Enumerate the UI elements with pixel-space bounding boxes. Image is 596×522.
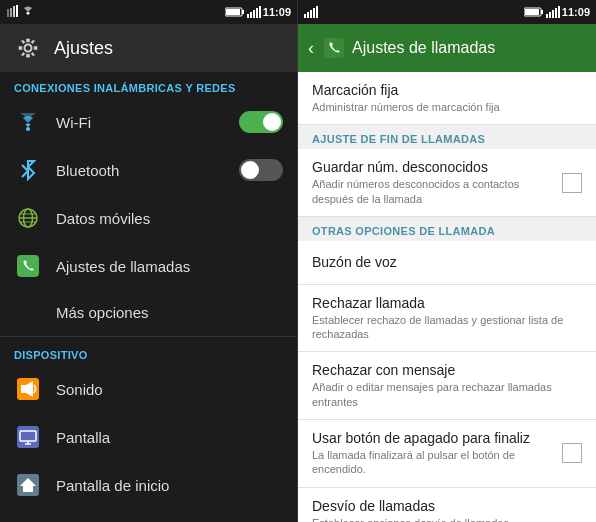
pantalla-label: Pantalla — [56, 429, 283, 446]
svg-point-13 — [26, 127, 30, 131]
back-arrow-icon[interactable]: ‹ — [308, 38, 314, 59]
signal-icon — [247, 6, 261, 18]
svg-rect-46 — [549, 12, 551, 18]
wifi-status-icon — [22, 6, 34, 18]
globe-icon — [14, 204, 42, 232]
svg-rect-2 — [13, 6, 15, 17]
section-device-label: DISPOSITIVO — [0, 339, 297, 365]
svg-rect-40 — [313, 8, 315, 18]
menu-item-wifi[interactable]: Wi-Fi — [0, 98, 297, 146]
svg-rect-7 — [247, 14, 249, 18]
marcacion-fija-sub: Administrar números de marcación fija — [312, 100, 582, 114]
right-panel: 11:09 ‹ Ajustes de llamadas Marcación fi… — [298, 0, 596, 522]
desvio-title: Desvío de llamadas — [312, 498, 582, 514]
svg-rect-45 — [546, 14, 548, 18]
menu-item-sonido[interactable]: Sonido — [0, 365, 297, 413]
svg-rect-49 — [558, 6, 560, 18]
android-icon — [6, 5, 20, 19]
right-item-usar-boton[interactable]: Usar botón de apagado para finaliz La ll… — [298, 420, 596, 488]
bluetooth-toggle-thumb — [241, 161, 259, 179]
ajustes-llamadas-label: Ajustes de llamadas — [56, 258, 283, 275]
marcacion-fija-title: Marcación fija — [312, 82, 582, 98]
right-item-desvio[interactable]: Desvío de llamadas Establecer opciones d… — [298, 488, 596, 522]
svg-rect-8 — [250, 12, 252, 18]
svg-rect-9 — [253, 10, 255, 18]
svg-rect-10 — [256, 8, 258, 18]
guardar-num-title: Guardar núm. desconocidos — [312, 159, 554, 175]
menu-item-bloqueo-pantalla[interactable]: Bloqueo de pantalla — [0, 509, 297, 522]
rechazar-mensaje-title: Rechazar con mensaje — [312, 362, 582, 378]
wifi-toggle[interactable] — [239, 111, 283, 133]
section-connections-label: CONEXIONES INALÁMBRICAS Y REDES — [0, 72, 297, 98]
right-signal2-icon — [546, 6, 560, 18]
section-otras-label: OTRAS OPCIONES DE LLAMADA — [298, 217, 596, 241]
right-time: 11:09 — [562, 6, 590, 18]
wifi-toggle-thumb — [263, 113, 281, 131]
svg-rect-48 — [555, 8, 557, 18]
right-content-list: Marcación fija Administrar números de ma… — [298, 72, 596, 522]
usar-boton-checkbox[interactable] — [562, 443, 582, 463]
bluetooth-icon — [14, 156, 42, 184]
right-header: ‹ Ajustes de llamadas — [298, 24, 596, 72]
section-divider — [0, 336, 297, 337]
svg-rect-44 — [525, 9, 539, 15]
status-bar-left-icons — [6, 5, 34, 19]
right-battery-icon — [524, 6, 544, 18]
usar-boton-title: Usar botón de apagado para finaliz — [312, 430, 554, 446]
settings-gear-icon — [14, 34, 42, 62]
left-status-bar: 11:09 — [0, 0, 297, 24]
desvio-sub: Establecer opciones desvío de llamadas — [312, 516, 582, 522]
menu-item-mas-opciones[interactable]: Más opciones — [0, 290, 297, 334]
right-item-marcacion-fija[interactable]: Marcación fija Administrar números de ma… — [298, 72, 596, 125]
right-item-guardar-num[interactable]: Guardar núm. desconocidos Añadir números… — [298, 149, 596, 217]
svg-rect-3 — [16, 5, 18, 17]
menu-item-pantalla-inicio[interactable]: Pantalla de inicio — [0, 461, 297, 509]
datos-moviles-label: Datos móviles — [56, 210, 283, 227]
menu-item-datos-moviles[interactable]: Datos móviles — [0, 194, 297, 242]
svg-rect-39 — [310, 10, 312, 18]
wifi-label: Wi-Fi — [56, 114, 225, 131]
svg-rect-0 — [7, 9, 9, 17]
bluetooth-label: Bluetooth — [56, 162, 225, 179]
guardar-num-sub: Añadir números desconocidos a contactos … — [312, 177, 554, 206]
wifi-icon — [14, 108, 42, 136]
svg-rect-6 — [226, 9, 240, 15]
left-content: CONEXIONES INALÁMBRICAS Y REDES Wi-Fi — [0, 72, 297, 522]
right-header-content: Ajustes de llamadas — [324, 38, 495, 58]
right-item-buzon-voz[interactable]: Buzón de voz — [298, 241, 596, 285]
svg-point-12 — [25, 45, 32, 52]
menu-item-ajustes-llamadas[interactable]: Ajustes de llamadas — [0, 242, 297, 290]
guardar-num-checkbox[interactable] — [562, 173, 582, 193]
usar-boton-sub: La llamada finalizará al pulsar el botón… — [312, 448, 554, 477]
right-item-rechazar-llamada[interactable]: Rechazar llamada Establecer rechazo de l… — [298, 285, 596, 353]
bluetooth-toggle[interactable] — [239, 159, 283, 181]
left-panel: 11:09 Ajustes CONEXIONES INALÁMBRICAS Y … — [0, 0, 298, 522]
rechazar-mensaje-sub: Añadir o editar mensajes para rechazar l… — [312, 380, 582, 409]
battery-icon — [225, 6, 245, 18]
screen-icon — [14, 423, 42, 451]
right-status-left — [304, 6, 318, 18]
svg-rect-21 — [21, 385, 26, 393]
right-item-rechazar-mensaje[interactable]: Rechazar con mensaje Añadir o editar men… — [298, 352, 596, 420]
left-header: Ajustes — [0, 24, 297, 72]
svg-rect-43 — [541, 10, 543, 14]
buzon-voz-title: Buzón de voz — [312, 254, 582, 270]
right-signal-icon — [304, 6, 318, 18]
rechazar-llamada-title: Rechazar llamada — [312, 295, 582, 311]
status-bar-right: 11:09 — [225, 6, 291, 18]
right-status-bar: 11:09 — [298, 0, 596, 24]
pantalla-inicio-label: Pantalla de inicio — [56, 477, 283, 494]
svg-rect-11 — [259, 6, 261, 18]
sound-icon — [14, 375, 42, 403]
phone-green-icon — [14, 252, 42, 280]
rechazar-llamada-sub: Establecer rechazo de llamadas y gestion… — [312, 313, 582, 342]
svg-rect-41 — [316, 6, 318, 18]
menu-item-pantalla[interactable]: Pantalla — [0, 413, 297, 461]
right-title: Ajustes de llamadas — [352, 39, 495, 57]
svg-rect-38 — [307, 12, 309, 18]
menu-item-bluetooth[interactable]: Bluetooth — [0, 146, 297, 194]
svg-rect-47 — [552, 10, 554, 18]
settings-title: Ajustes — [54, 38, 113, 59]
mas-opciones-label: Más opciones — [56, 304, 283, 321]
svg-rect-5 — [242, 10, 244, 14]
